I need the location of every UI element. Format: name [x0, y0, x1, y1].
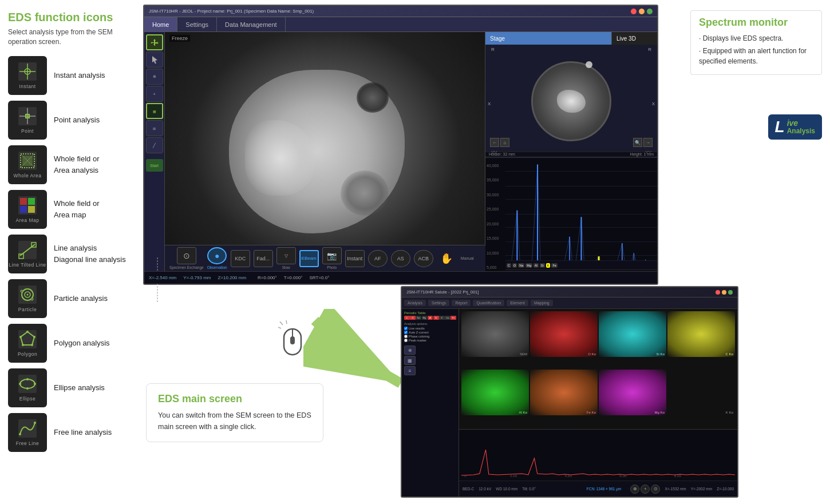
- pt-na[interactable]: Na: [416, 316, 421, 320]
- eds-tab-mapping[interactable]: Mapping: [531, 300, 553, 306]
- toolbar-cursor-btn[interactable]: [146, 51, 163, 68]
- line-icon-box[interactable]: Line Tilted Line: [8, 235, 47, 273]
- eds-toolbar-btn-3[interactable]: ≡: [404, 366, 416, 375]
- eds-map-sem: SEM: [461, 311, 529, 357]
- element-tag-fe[interactable]: Fe: [551, 263, 557, 268]
- stage-nav-home[interactable]: ⌂: [500, 138, 509, 147]
- toolbar-whole-btn[interactable]: ▦: [146, 103, 163, 119]
- eds-tab-settings[interactable]: Settings: [428, 300, 449, 306]
- live3d-header: Live 3D: [611, 32, 657, 45]
- ebeam-btn[interactable]: EBeam: [299, 250, 319, 267]
- pt-k[interactable]: K: [439, 316, 445, 320]
- stage-nav-left[interactable]: ←: [490, 138, 499, 147]
- tab-data-management[interactable]: Data Management: [217, 17, 286, 31]
- line-icon-label: Line Tilted Line: [9, 262, 46, 268]
- svg-point-42: [26, 387, 29, 390]
- element-tag-c[interactable]: C: [507, 263, 511, 268]
- ellipse-icon-box[interactable]: Ellipse: [8, 368, 47, 407]
- particle-icon-box[interactable]: Particle: [8, 279, 47, 318]
- pt-mg[interactable]: Mg: [422, 316, 428, 320]
- stage-nav-right[interactable]: →: [643, 138, 653, 147]
- toolbar-instant-btn[interactable]: ⊕: [146, 69, 163, 85]
- eds-main-col: SEM O Kα Si Kα C Kα Al Kα: [459, 309, 737, 497]
- element-tag-o[interactable]: O: [512, 263, 517, 268]
- eds-tabs-bar: Analysis Settings Report Quantification …: [402, 297, 737, 309]
- af-btn[interactable]: AF: [368, 250, 388, 267]
- eds-toolbar-btn-2[interactable]: ▦: [404, 356, 416, 365]
- eds-opt-2[interactable]: Auto Z-correct: [404, 331, 456, 334]
- toolbar-map-btn[interactable]: ⊞: [146, 120, 163, 136]
- eds-map-red: O Kα: [530, 311, 598, 357]
- coord-t: T=0.000°: [284, 275, 303, 280]
- tab-settings[interactable]: Settings: [177, 17, 217, 31]
- particle-analysis-label: Particle analysis: [54, 293, 108, 304]
- slow-btn[interactable]: ▽ Slow: [276, 247, 296, 269]
- eds-bottom-btn-2[interactable]: +: [641, 485, 650, 494]
- svg-point-39: [19, 383, 21, 385]
- kdc-btn[interactable]: KDC: [231, 250, 250, 267]
- instant-btn[interactable]: Instant: [345, 250, 365, 267]
- stage-panel: Stage Live 3D R R X X XY XY: [485, 32, 657, 158]
- eds-toolbar-btn-1[interactable]: ⊕: [404, 346, 416, 355]
- pt-o[interactable]: O: [410, 316, 416, 320]
- stage-specimen: [557, 90, 586, 113]
- tab-home[interactable]: Home: [144, 17, 177, 31]
- stage-image-area: R R X X XY XY Holder: 32 mm Height: 1 mm: [485, 45, 657, 157]
- free-line-icon-box[interactable]: Free Line: [8, 413, 47, 452]
- eds-bottom-btn-3[interactable]: ⊙: [651, 485, 660, 494]
- svg-point-35: [22, 344, 24, 346]
- pt-al[interactable]: Al: [428, 316, 433, 320]
- element-tag-si[interactable]: Si: [540, 263, 545, 268]
- element-tag-al[interactable]: Al: [533, 263, 539, 268]
- eds-bottom-btn-1[interactable]: ⊕: [630, 485, 639, 494]
- eds-tab-quant[interactable]: Quantification: [473, 300, 504, 306]
- eds-tab-analysis[interactable]: Analysis: [404, 300, 426, 306]
- manual-btn[interactable]: ✋: [437, 250, 456, 267]
- eds-spectrum-row: 0 2.00 4.00 6.00 8.00: [459, 429, 737, 481]
- polygon-icon-box[interactable]: Polygon: [8, 324, 47, 363]
- toolbar-start-btn[interactable]: Start: [146, 159, 163, 172]
- photo-btn[interactable]: 📷 Photo: [322, 247, 342, 269]
- coord-x: X=-2.540 mm: [149, 275, 176, 280]
- acb-btn[interactable]: ACB: [414, 250, 433, 267]
- map-icon-box[interactable]: Area Map: [8, 190, 47, 229]
- pt-c[interactable]: C: [404, 316, 410, 320]
- element-tag-k[interactable]: K: [546, 263, 551, 268]
- sem-right-panels: Stage Live 3D R R X X XY XY: [485, 32, 657, 284]
- specimen-exchange-btn[interactable]: ⊙ Specimen Exchange: [169, 247, 204, 269]
- eds-opt-3[interactable]: Phase coloring: [404, 335, 456, 338]
- point-icon-box[interactable]: Point: [8, 101, 47, 140]
- stage-nav-zoom[interactable]: 🔍: [633, 138, 642, 147]
- toolbar-point-btn[interactable]: +: [146, 86, 163, 102]
- spectrum-panel: 40,000 35,000 30,000 25,000 20,000 15,00…: [485, 158, 657, 284]
- spectrum-monitor-heading: Spectrum monitor: [699, 17, 813, 29]
- whole-area-icon-box[interactable]: Whole Area: [8, 145, 47, 184]
- observation-btn[interactable]: ● Observation: [207, 247, 227, 269]
- element-tag-na[interactable]: Na: [518, 263, 524, 268]
- eds-opt-4[interactable]: Peak marker: [404, 339, 456, 342]
- svg-line-59: [278, 327, 281, 328]
- toolbar-line-btn[interactable]: ╱: [146, 137, 163, 153]
- pt-si[interactable]: Si: [433, 316, 439, 320]
- pt-fe[interactable]: Fe: [450, 316, 456, 320]
- eds-tab-element[interactable]: Element: [507, 300, 528, 306]
- eds-tab-report[interactable]: Report: [452, 300, 471, 306]
- eds-callout-heading: EDS main screen: [158, 393, 311, 405]
- left-panel: EDS function icons Select analysis type …: [0, 0, 140, 504]
- fade-btn[interactable]: Fad...: [254, 250, 273, 267]
- eds-map-yellow: C Kα: [667, 311, 735, 357]
- toolbar-move-btn[interactable]: [146, 34, 163, 50]
- eds-maps-grid: SEM O Kα Si Kα C Kα Al Kα: [459, 309, 737, 429]
- eds-opt-1[interactable]: Live results: [404, 327, 456, 330]
- svg-text:6.00: 6.00: [619, 474, 627, 478]
- instant-icon-box[interactable]: Instant: [8, 56, 47, 95]
- as-btn[interactable]: AS: [391, 250, 410, 267]
- pt-ca[interactable]: Ca: [445, 316, 450, 320]
- eds-body: Periodic Table C O Na Mg Al Si K Ca Fe A…: [402, 309, 737, 497]
- coord-r: R=0.000°: [258, 275, 277, 280]
- icon-row-line: Line Tilted Line Line analysisDiagonal l…: [8, 235, 132, 273]
- element-tag-mg[interactable]: Mg: [525, 263, 532, 268]
- eds-pt-label: Periodic Table: [404, 311, 456, 315]
- spectrum-bullet-1: · Displays live EDS spectra.: [699, 33, 813, 43]
- svg-rect-19: [28, 206, 35, 213]
